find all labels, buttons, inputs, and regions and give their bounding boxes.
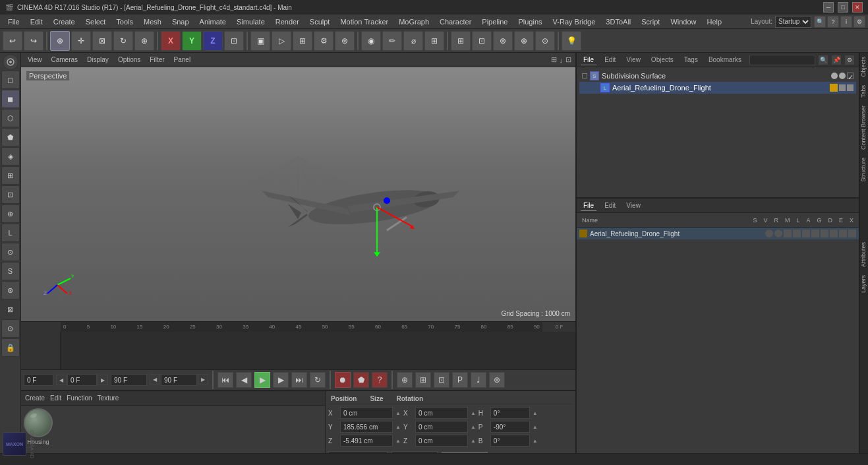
play-button[interactable]: ▶ [254, 372, 270, 388]
bottom-icon-6[interactable] [811, 230, 819, 237]
bottom-icon-4[interactable] [793, 230, 801, 237]
layout-dropdown[interactable]: Startup [775, 16, 811, 28]
vp-menu-display[interactable]: Display [84, 55, 111, 64]
rotate-tool-button[interactable]: ↻ [113, 31, 133, 51]
visibility-dot[interactable] [831, 73, 838, 79]
bottom-icon-1[interactable] [765, 230, 773, 237]
menu-script[interactable]: Script [636, 16, 665, 27]
vp-menu-filter[interactable]: Filter [147, 55, 167, 64]
side-tab-layers[interactable]: Layers [859, 271, 868, 297]
vp-icon-2[interactable]: ↓ [560, 56, 564, 64]
left-tool-1[interactable] [3, 54, 18, 70]
end-frame-down[interactable]: ◀ [150, 374, 160, 385]
menu-file[interactable]: File [3, 16, 25, 27]
side-tab-content-browser[interactable]: Content Browser [859, 102, 868, 154]
h-rotation-input[interactable] [490, 407, 530, 419]
side-tab-attributes[interactable]: Attributes [859, 238, 868, 271]
record-button[interactable]: ⏺ [335, 372, 351, 388]
cursor-tool-button[interactable]: ⊕ [50, 31, 70, 51]
render-view-button[interactable]: ▷ [272, 31, 291, 51]
left-tool-object-mode[interactable]: ◻ [1, 71, 20, 89]
left-tool-5[interactable]: ◈ [1, 147, 20, 166]
menu-motion-tracker[interactable]: Motion Tracker [335, 16, 393, 27]
menu-simulate[interactable]: Simulate [231, 16, 270, 27]
z-size-input[interactable] [415, 435, 468, 447]
search-button[interactable]: 🔍 [814, 16, 826, 28]
snap5-button[interactable]: ⊙ [535, 31, 555, 51]
mat-texture[interactable]: Texture [98, 394, 119, 402]
mat-edit[interactable]: Edit [50, 394, 61, 402]
objects-tab[interactable]: Objects [649, 55, 676, 65]
next-frame-button[interactable]: ▶ [273, 372, 289, 388]
bottom-icon-8[interactable] [830, 230, 838, 237]
auto-key-button[interactable]: ? [372, 372, 388, 388]
menu-help[interactable]: Help [702, 16, 728, 27]
x-axis-button[interactable]: X [161, 31, 181, 51]
timeline-view-button[interactable]: ⊡ [434, 372, 449, 388]
left-tool-point-mode[interactable]: ⬟ [1, 128, 20, 146]
render-picture-viewer-button[interactable]: ⊞ [293, 31, 312, 51]
left-tool-13[interactable]: ⊠ [1, 300, 20, 319]
left-tool-lock[interactable]: 🔒 [1, 338, 20, 357]
left-tool-14[interactable]: ⊙ [1, 319, 20, 338]
menu-animate[interactable]: Animate [194, 16, 231, 27]
help-icon-button[interactable]: ? [827, 16, 839, 28]
left-tool-8[interactable]: ⊕ [1, 204, 20, 223]
vp-menu-panel[interactable]: Panel [171, 55, 194, 64]
left-tool-10[interactable]: ⊙ [1, 243, 20, 261]
x-size-input[interactable] [415, 407, 468, 419]
vp-menu-view[interactable]: View [25, 55, 45, 64]
b-up[interactable]: ▲ [533, 438, 538, 444]
menu-edit[interactable]: Edit [25, 16, 48, 27]
menu-character[interactable]: Character [434, 16, 477, 27]
edit-tab-bottom[interactable]: Edit [602, 201, 618, 210]
menu-window[interactable]: Window [665, 16, 701, 27]
menu-vray[interactable]: V-Ray Bridge [548, 16, 601, 27]
render-dot[interactable] [839, 73, 846, 79]
check-dot[interactable]: ✓ [847, 73, 854, 79]
mat-function[interactable]: Function [67, 394, 92, 402]
go-to-end-button[interactable]: ⏭ [291, 372, 307, 388]
render-settings-button[interactable]: ⚙ [314, 31, 333, 51]
view-tab-top[interactable]: View [623, 55, 643, 65]
bookmarks-tab[interactable]: Bookmarks [706, 55, 744, 65]
3d-viewport[interactable]: Perspective .gl{stroke:#666;stroke-width… [21, 67, 575, 321]
side-tab-objects[interactable]: Objects [859, 53, 868, 81]
maximize-button[interactable]: □ [838, 2, 848, 13]
z-axis-button[interactable]: Z [203, 31, 223, 51]
end-frame-input[interactable] [161, 374, 197, 386]
edit-tab-top[interactable]: Edit [602, 55, 618, 65]
vp-menu-options[interactable]: Options [115, 55, 143, 64]
prev-frame-button[interactable]: ◀ [236, 372, 252, 388]
tags-tab[interactable]: Tags [681, 55, 701, 65]
snap-button[interactable]: ⊞ [451, 31, 471, 51]
timeline-options-button[interactable]: ⊛ [489, 372, 505, 388]
vp-icon-1[interactable]: ⊞ [551, 55, 557, 64]
object-tool-button[interactable]: ◉ [361, 31, 381, 51]
left-tool-12[interactable]: ⊛ [1, 281, 20, 299]
x-size-up[interactable]: ▲ [471, 410, 476, 416]
left-tool-polygon-mode[interactable]: ◼ [1, 90, 20, 108]
drone-r-dot[interactable] [847, 84, 854, 91]
y-size-up[interactable]: ▲ [471, 424, 476, 430]
left-tool-9[interactable]: L [1, 224, 20, 242]
preview-end-input[interactable] [111, 374, 147, 386]
side-tab-structure[interactable]: Structure [859, 154, 868, 186]
menu-render[interactable]: Render [270, 16, 304, 27]
scatter-button[interactable]: ⊞ [424, 31, 444, 51]
menu-plugins[interactable]: Plugins [513, 16, 547, 27]
move-tool-button[interactable]: ✛ [71, 31, 91, 51]
bottom-obj-row-drone[interactable]: Aerial_Refueling_Drone_Flight [577, 228, 859, 239]
frame-down[interactable]: ◀ [56, 375, 67, 385]
file-tab-bottom[interactable]: File [581, 201, 596, 211]
go-to-start-button[interactable]: ⏮ [217, 372, 233, 388]
minimize-button[interactable]: ─ [823, 2, 834, 13]
bottom-icon-10[interactable] [848, 230, 856, 237]
menu-tools[interactable]: Tools [111, 16, 138, 27]
undo-button[interactable]: ↩ [3, 31, 22, 51]
end-frame-up[interactable]: ▶ [198, 374, 208, 385]
mat-create[interactable]: Create [25, 394, 45, 402]
p-rotation-input[interactable] [490, 421, 530, 433]
left-tool-6[interactable]: ⊞ [1, 166, 20, 185]
x-position-input[interactable] [340, 407, 393, 419]
